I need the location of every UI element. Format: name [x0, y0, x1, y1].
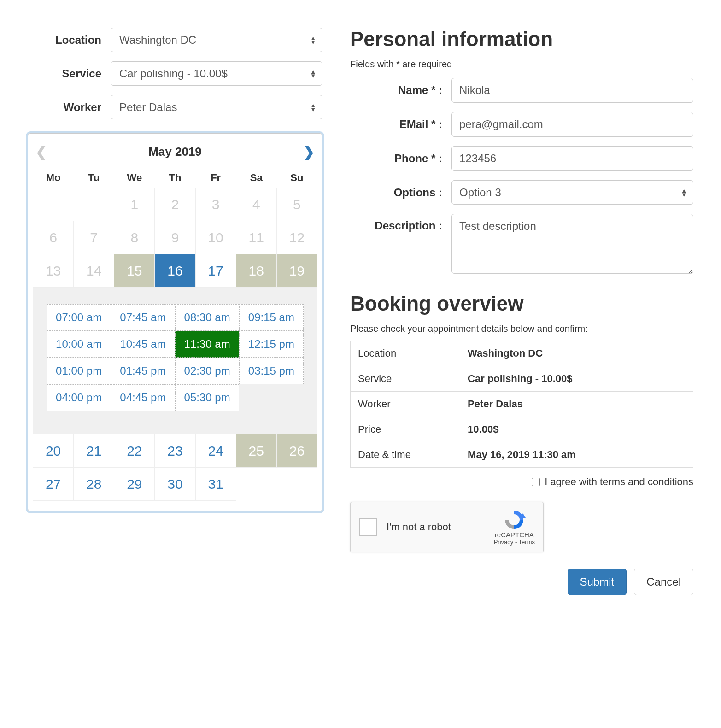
personal-info-heading: Personal information: [350, 28, 693, 51]
service-label: Service: [28, 67, 111, 80]
calendar-day: 13: [33, 254, 74, 288]
calendar-day: 4: [236, 188, 276, 221]
timeslot[interactable]: 04:45 pm: [111, 384, 175, 411]
timeslot[interactable]: 11:30 am: [175, 331, 239, 358]
submit-button[interactable]: Submit: [568, 569, 627, 595]
calendar-day: 12: [276, 221, 317, 254]
timeslot[interactable]: 08:30 am: [175, 304, 239, 331]
calendar-day[interactable]: 15: [114, 254, 155, 288]
calendar-title: May 2019: [148, 145, 202, 159]
calendar-prev-icon[interactable]: ❮: [35, 144, 47, 160]
calendar-day[interactable]: 26: [276, 434, 317, 468]
overview-row: LocationWashington DC: [351, 341, 693, 366]
calendar-weekday: Sa: [236, 168, 276, 188]
calendar-day[interactable]: 21: [74, 434, 114, 468]
calendar-day: [276, 468, 317, 501]
calendar-day[interactable]: 27: [33, 468, 74, 501]
overview-hint: Please check your appointment details be…: [350, 323, 693, 334]
calendar-day: 2: [155, 188, 195, 221]
calendar-day[interactable]: 19: [276, 254, 317, 288]
booking-overview-heading: Booking overview: [350, 292, 693, 315]
calendar-day[interactable]: 24: [195, 434, 236, 468]
overview-row: WorkerPeter Dalas: [351, 392, 693, 417]
recaptcha-widget: I'm not a robot reCAPTCHA Privacy - Term…: [350, 502, 544, 552]
calendar-day[interactable]: 31: [195, 468, 236, 501]
calendar-weekday: Mo: [33, 168, 74, 188]
name-label: Name * :: [350, 84, 451, 97]
calendar: ❮ May 2019 ❯ MoTuWeThFrSaSu 123456789101…: [28, 133, 322, 511]
overview-key: Date & time: [351, 442, 460, 468]
calendar-day: [33, 188, 74, 221]
timeslot[interactable]: 01:45 pm: [111, 358, 175, 384]
calendar-weekday: Fr: [195, 168, 236, 188]
calendar-day: 5: [276, 188, 317, 221]
calendar-day[interactable]: 16: [155, 254, 195, 288]
name-input[interactable]: [451, 78, 693, 103]
phone-label: Phone * :: [350, 152, 451, 165]
terms-checkbox[interactable]: [532, 478, 540, 486]
overview-value: Washington DC: [460, 341, 693, 366]
calendar-weekday: We: [114, 168, 155, 188]
options-select[interactable]: Option 3: [451, 180, 693, 205]
overview-value: Peter Dalas: [460, 392, 693, 417]
recaptcha-checkbox[interactable]: [359, 518, 377, 536]
calendar-day: 1: [114, 188, 155, 221]
calendar-day[interactable]: 25: [236, 434, 276, 468]
required-hint: Fields with * are required: [350, 59, 693, 70]
calendar-day[interactable]: 23: [155, 434, 195, 468]
timeslot[interactable]: 09:15 am: [239, 304, 303, 331]
options-label: Options :: [350, 186, 451, 199]
timeslot[interactable]: 07:45 am: [111, 304, 175, 331]
recaptcha-links[interactable]: Privacy - Terms: [494, 539, 535, 546]
timeslot[interactable]: 02:30 pm: [175, 358, 239, 384]
calendar-day[interactable]: 22: [114, 434, 155, 468]
calendar-day[interactable]: 18: [236, 254, 276, 288]
timeslot[interactable]: 12:15 pm: [239, 331, 303, 358]
timeslot-panel: 07:00 am07:45 am08:30 am09:15 am10:00 am…: [33, 288, 317, 434]
email-input[interactable]: [451, 112, 693, 137]
calendar-day[interactable]: 20: [33, 434, 74, 468]
calendar-day: 14: [74, 254, 114, 288]
overview-row: Date & timeMay 16, 2019 11:30 am: [351, 442, 693, 468]
calendar-weekday: Su: [276, 168, 317, 188]
timeslot[interactable]: 10:00 am: [47, 331, 111, 358]
phone-input[interactable]: [451, 146, 693, 171]
worker-select[interactable]: Peter Dalas: [111, 95, 322, 119]
calendar-day[interactable]: 28: [74, 468, 114, 501]
timeslot[interactable]: 04:00 pm: [47, 384, 111, 411]
cancel-button[interactable]: Cancel: [634, 569, 693, 595]
recaptcha-icon: [503, 509, 526, 530]
calendar-day: 7: [74, 221, 114, 254]
description-textarea[interactable]: [451, 214, 693, 274]
calendar-day: 3: [195, 188, 236, 221]
calendar-day[interactable]: 30: [155, 468, 195, 501]
overview-key: Service: [351, 366, 460, 392]
calendar-day[interactable]: 29: [114, 468, 155, 501]
calendar-day: 10: [195, 221, 236, 254]
overview-value: May 16, 2019 11:30 am: [460, 442, 693, 468]
overview-row: Price10.00$: [351, 417, 693, 442]
timeslot[interactable]: 10:45 am: [111, 331, 175, 358]
overview-row: ServiceCar polishing - 10.00$: [351, 366, 693, 392]
calendar-day: 8: [114, 221, 155, 254]
calendar-weekday: Th: [155, 168, 195, 188]
calendar-day: [74, 188, 114, 221]
service-select[interactable]: Car polishing - 10.00$: [111, 61, 322, 86]
overview-value: 10.00$: [460, 417, 693, 442]
location-select[interactable]: Washington DC: [111, 28, 322, 52]
calendar-day: 11: [236, 221, 276, 254]
overview-key: Location: [351, 341, 460, 366]
recaptcha-name: reCAPTCHA: [494, 531, 535, 539]
calendar-day: 6: [33, 221, 74, 254]
calendar-weekday: Tu: [74, 168, 114, 188]
calendar-day[interactable]: 17: [195, 254, 236, 288]
timeslot[interactable]: 05:30 pm: [175, 384, 239, 411]
calendar-next-icon[interactable]: ❯: [303, 144, 315, 160]
timeslot[interactable]: 03:15 pm: [239, 358, 303, 384]
calendar-day: 9: [155, 221, 195, 254]
timeslot[interactable]: 07:00 am: [47, 304, 111, 331]
calendar-day: [236, 468, 276, 501]
overview-value: Car polishing - 10.00$: [460, 366, 693, 392]
email-label: EMail * :: [350, 118, 451, 131]
timeslot[interactable]: 01:00 pm: [47, 358, 111, 384]
